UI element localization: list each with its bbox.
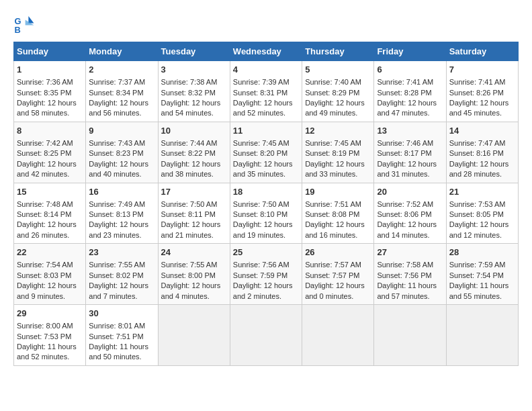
day-info: Daylight: 12 hours	[89, 220, 154, 230]
day-number: 29	[17, 308, 83, 320]
calendar-week-row: 15Sunrise: 7:48 AMSunset: 8:14 PMDayligh…	[14, 183, 519, 244]
day-info: Sunrise: 7:55 AM	[89, 260, 154, 270]
day-info: and 42 minutes.	[17, 169, 83, 179]
day-info: Sunset: 8:29 PM	[305, 88, 371, 98]
day-info: Daylight: 11 hours	[17, 342, 83, 352]
day-info: Sunrise: 7:41 AM	[377, 77, 443, 87]
calendar-cell	[374, 305, 446, 366]
day-info: Sunrise: 7:45 AM	[305, 138, 371, 148]
page-header: G B	[13, 13, 519, 35]
calendar-cell: 10Sunrise: 7:44 AMSunset: 8:22 PMDayligh…	[158, 122, 230, 183]
day-header-sunday: Sunday	[14, 42, 86, 61]
day-info: and 16 minutes.	[305, 230, 371, 240]
day-info: Sunrise: 7:43 AM	[89, 138, 154, 148]
day-info: Sunset: 8:03 PM	[17, 271, 83, 281]
calendar-week-row: 22Sunrise: 7:54 AMSunset: 8:03 PMDayligh…	[14, 244, 519, 305]
calendar-cell: 24Sunrise: 7:55 AMSunset: 8:00 PMDayligh…	[158, 244, 230, 305]
calendar-cell: 1Sunrise: 7:36 AMSunset: 8:35 PMDaylight…	[14, 61, 86, 122]
day-info: Sunset: 8:02 PM	[89, 271, 154, 281]
day-info: Daylight: 12 hours	[17, 220, 83, 230]
calendar-cell: 14Sunrise: 7:47 AMSunset: 8:16 PMDayligh…	[446, 122, 518, 183]
day-info: Sunset: 8:34 PM	[89, 88, 154, 98]
day-info: Sunset: 8:14 PM	[17, 210, 83, 220]
day-info: and 52 minutes.	[17, 352, 83, 362]
day-info: and 31 minutes.	[377, 169, 443, 179]
day-header-friday: Friday	[374, 42, 446, 61]
calendar-cell: 29Sunrise: 8:00 AMSunset: 7:53 PMDayligh…	[14, 305, 86, 366]
calendar-cell: 21Sunrise: 7:53 AMSunset: 8:05 PMDayligh…	[446, 183, 518, 244]
calendar-cell: 4Sunrise: 7:39 AMSunset: 8:31 PMDaylight…	[230, 61, 302, 122]
day-info: and 7 minutes.	[89, 291, 154, 302]
day-info: Daylight: 12 hours	[305, 281, 371, 291]
calendar-cell: 6Sunrise: 7:41 AMSunset: 8:28 PMDaylight…	[374, 61, 446, 122]
day-info: Sunset: 8:00 PM	[161, 271, 227, 281]
day-info: Sunset: 8:26 PM	[449, 88, 515, 98]
day-number: 21	[449, 186, 515, 198]
day-number: 6	[377, 64, 443, 76]
day-info: Sunrise: 7:53 AM	[449, 199, 515, 210]
calendar-cell: 8Sunrise: 7:42 AMSunset: 8:25 PMDaylight…	[14, 122, 86, 183]
day-info: Sunrise: 7:50 AM	[161, 199, 227, 210]
day-number: 3	[161, 64, 227, 76]
day-info: Sunrise: 7:54 AM	[17, 260, 83, 270]
day-info: Sunrise: 7:56 AM	[233, 260, 299, 270]
day-info: and 52 minutes.	[233, 108, 299, 118]
day-info: Daylight: 12 hours	[17, 281, 83, 291]
day-number: 19	[305, 186, 371, 198]
day-info: and 56 minutes.	[89, 108, 154, 118]
day-info: Daylight: 12 hours	[449, 98, 515, 108]
calendar-cell: 15Sunrise: 7:48 AMSunset: 8:14 PMDayligh…	[14, 183, 86, 244]
calendar-table: SundayMondayTuesdayWednesdayThursdayFrid…	[13, 42, 519, 366]
day-info: Sunrise: 7:59 AM	[449, 260, 515, 270]
calendar-cell	[446, 305, 518, 366]
calendar-cell: 9Sunrise: 7:43 AMSunset: 8:23 PMDaylight…	[86, 122, 158, 183]
calendar-cell: 13Sunrise: 7:46 AMSunset: 8:17 PMDayligh…	[374, 122, 446, 183]
day-info: and 55 minutes.	[449, 291, 515, 302]
day-info: Sunrise: 8:01 AM	[89, 321, 154, 331]
day-info: Sunrise: 7:36 AM	[17, 77, 83, 87]
day-info: Sunset: 8:22 PM	[161, 148, 227, 158]
day-info: Sunset: 8:23 PM	[89, 148, 154, 158]
logo: G B	[13, 13, 38, 35]
day-info: Daylight: 12 hours	[233, 281, 299, 291]
day-number: 18	[233, 186, 299, 198]
day-header-saturday: Saturday	[446, 42, 518, 61]
day-info: Sunrise: 7:41 AM	[449, 77, 515, 87]
calendar-cell: 22Sunrise: 7:54 AMSunset: 8:03 PMDayligh…	[14, 244, 86, 305]
day-info: Daylight: 12 hours	[233, 98, 299, 108]
day-info: Sunrise: 7:46 AM	[377, 138, 443, 148]
day-info: Sunrise: 7:42 AM	[17, 138, 83, 148]
calendar-cell: 17Sunrise: 7:50 AMSunset: 8:11 PMDayligh…	[158, 183, 230, 244]
day-info: Sunrise: 7:57 AM	[305, 260, 371, 270]
day-info: Sunset: 7:56 PM	[377, 271, 443, 281]
day-info: Sunset: 8:10 PM	[233, 210, 299, 220]
day-number: 5	[305, 64, 371, 76]
day-number: 10	[161, 125, 227, 137]
svg-marker-2	[28, 16, 34, 23]
day-info: Sunset: 7:53 PM	[17, 332, 83, 342]
day-info: and 21 minutes.	[161, 230, 227, 240]
day-info: Daylight: 12 hours	[89, 281, 154, 291]
day-info: and 54 minutes.	[161, 108, 227, 118]
day-info: and 9 minutes.	[17, 291, 83, 302]
day-info: Sunrise: 7:39 AM	[233, 77, 299, 87]
day-info: Daylight: 12 hours	[233, 220, 299, 230]
calendar-cell: 5Sunrise: 7:40 AMSunset: 8:29 PMDaylight…	[302, 61, 374, 122]
day-number: 23	[89, 246, 154, 259]
day-number: 4	[233, 64, 299, 76]
day-info: and 49 minutes.	[305, 108, 371, 118]
calendar-cell: 27Sunrise: 7:58 AMSunset: 7:56 PMDayligh…	[374, 244, 446, 305]
day-info: Sunrise: 7:40 AM	[305, 77, 371, 87]
day-info: and 12 minutes.	[449, 230, 515, 240]
day-number: 26	[305, 246, 371, 259]
day-info: and 28 minutes.	[449, 169, 515, 179]
day-info: Daylight: 12 hours	[233, 159, 299, 169]
day-number: 22	[17, 246, 83, 259]
day-number: 15	[17, 186, 83, 198]
calendar-cell: 2Sunrise: 7:37 AMSunset: 8:34 PMDaylight…	[86, 61, 158, 122]
day-header-row: SundayMondayTuesdayWednesdayThursdayFrid…	[14, 42, 519, 61]
day-number: 12	[305, 125, 371, 137]
day-info: Sunset: 8:31 PM	[233, 88, 299, 98]
day-info: Daylight: 12 hours	[305, 98, 371, 108]
day-info: and 0 minutes.	[305, 291, 371, 302]
